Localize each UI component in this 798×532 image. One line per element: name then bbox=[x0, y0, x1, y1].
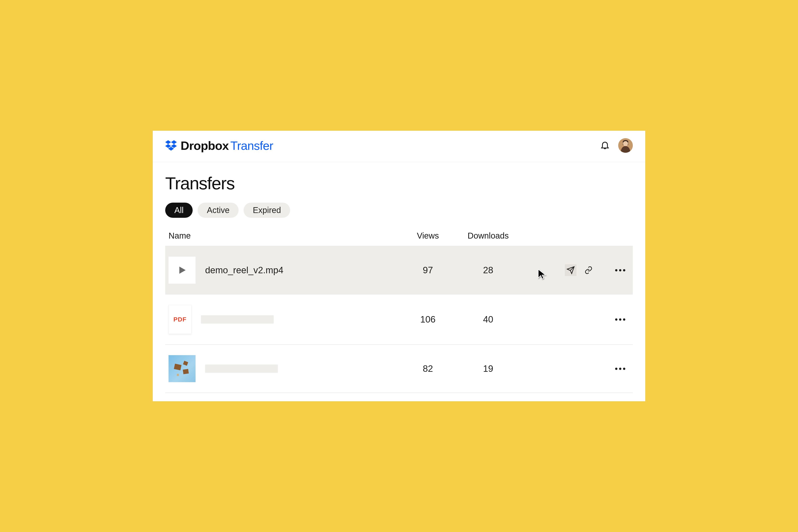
image-thumb-icon bbox=[169, 355, 195, 382]
filter-all[interactable]: All bbox=[165, 203, 193, 218]
col-views: Views bbox=[401, 231, 455, 241]
header-actions bbox=[600, 138, 633, 153]
svg-point-2 bbox=[623, 141, 628, 146]
filter-expired[interactable]: Expired bbox=[244, 203, 290, 218]
downloads-value: 40 bbox=[455, 314, 521, 325]
filter-active[interactable]: Active bbox=[197, 203, 239, 218]
app-window: DropboxTransfer Transfers All Active bbox=[153, 131, 645, 401]
send-icon[interactable] bbox=[565, 264, 576, 276]
dropbox-logo-icon bbox=[165, 139, 177, 152]
table-row[interactable]: 82 19 bbox=[165, 345, 633, 393]
filter-pills: All Active Expired bbox=[165, 203, 633, 218]
col-name: Name bbox=[169, 231, 401, 241]
views-value: 106 bbox=[401, 314, 455, 325]
more-icon[interactable] bbox=[613, 316, 627, 323]
more-icon[interactable] bbox=[613, 365, 627, 372]
page-title: Transfers bbox=[165, 173, 633, 193]
header: DropboxTransfer bbox=[153, 131, 645, 162]
downloads-value: 28 bbox=[455, 265, 521, 276]
row-actions bbox=[521, 316, 629, 323]
body: Transfers All Active Expired Name Views … bbox=[153, 162, 645, 401]
video-thumb-icon bbox=[169, 256, 195, 284]
table-header: Name Views Downloads bbox=[165, 229, 633, 246]
file-name: demo_reel_v2.mp4 bbox=[205, 265, 283, 276]
avatar[interactable] bbox=[618, 138, 633, 153]
notifications-icon[interactable] bbox=[600, 140, 610, 151]
file-name-placeholder bbox=[205, 364, 278, 373]
row-actions bbox=[521, 264, 629, 276]
transfers-table: Name Views Downloads demo_reel_v2.mp4 97… bbox=[165, 229, 633, 393]
downloads-value: 19 bbox=[455, 363, 521, 374]
file-name-placeholder bbox=[201, 315, 274, 324]
views-value: 97 bbox=[401, 265, 455, 276]
table-row[interactable]: PDF 106 40 bbox=[165, 294, 633, 345]
copy-link-icon[interactable] bbox=[583, 264, 594, 276]
views-value: 82 bbox=[401, 363, 455, 374]
row-actions bbox=[521, 365, 629, 372]
brand-name: Dropbox bbox=[180, 139, 229, 152]
more-icon[interactable] bbox=[613, 267, 627, 273]
col-downloads: Downloads bbox=[455, 231, 521, 241]
brand-sub: Transfer bbox=[230, 139, 273, 152]
pdf-thumb-icon: PDF bbox=[169, 305, 191, 334]
table-row[interactable]: demo_reel_v2.mp4 97 28 bbox=[165, 246, 633, 294]
brand[interactable]: DropboxTransfer bbox=[165, 139, 273, 153]
